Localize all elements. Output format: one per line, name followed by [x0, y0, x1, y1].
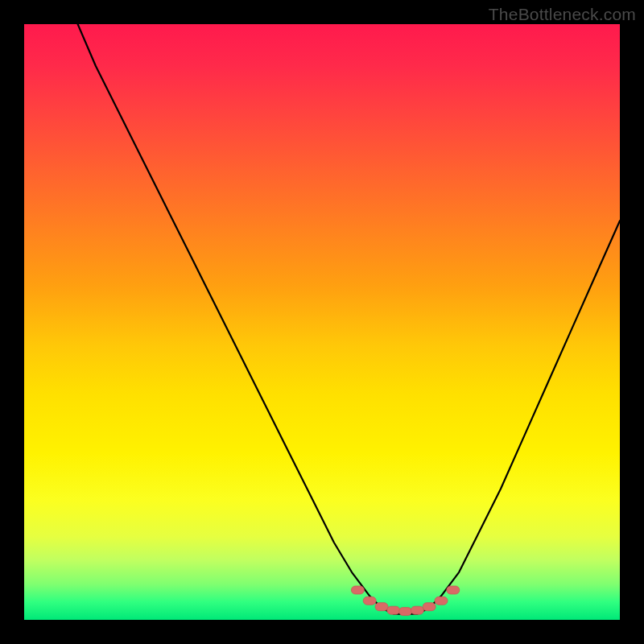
- highlight-marker: [399, 608, 412, 616]
- watermark-text: TheBottleneck.com: [489, 5, 636, 24]
- bottleneck-curve: [78, 24, 620, 614]
- highlight-marker: [435, 597, 448, 605]
- outer-frame: TheBottleneck.com: [0, 0, 644, 644]
- highlight-marker: [375, 603, 388, 611]
- highlight-marker: [387, 606, 400, 614]
- curve-layer: [24, 24, 620, 620]
- gradient-plot-area: [24, 24, 620, 620]
- highlight-marker: [423, 603, 436, 611]
- highlight-marker: [447, 586, 460, 594]
- highlight-markers: [351, 586, 459, 616]
- highlight-marker: [363, 597, 376, 605]
- highlight-marker: [411, 606, 423, 614]
- highlight-marker: [351, 586, 364, 594]
